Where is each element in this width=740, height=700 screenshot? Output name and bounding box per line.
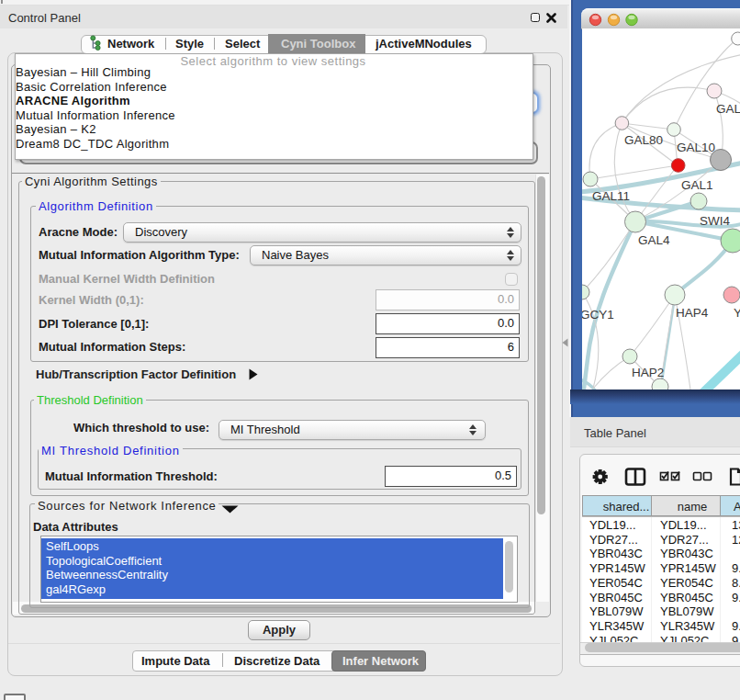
- svg-text:GCY1: GCY1: [582, 308, 614, 322]
- svg-text:GAL10: GAL10: [677, 141, 715, 154]
- svg-text:SWI4: SWI4: [700, 214, 730, 228]
- svg-text:HAP4: HAP4: [676, 306, 709, 320]
- svg-text:GAL1: GAL1: [681, 178, 713, 192]
- svg-text:GAL: GAL: [716, 102, 740, 116]
- svg-text:GAL11: GAL11: [592, 189, 630, 203]
- svg-text:Y: Y: [734, 306, 740, 320]
- svg-text:GAL80: GAL80: [624, 133, 663, 147]
- svg-text:HAP2: HAP2: [632, 366, 664, 379]
- svg-text:GAL4: GAL4: [638, 233, 670, 247]
